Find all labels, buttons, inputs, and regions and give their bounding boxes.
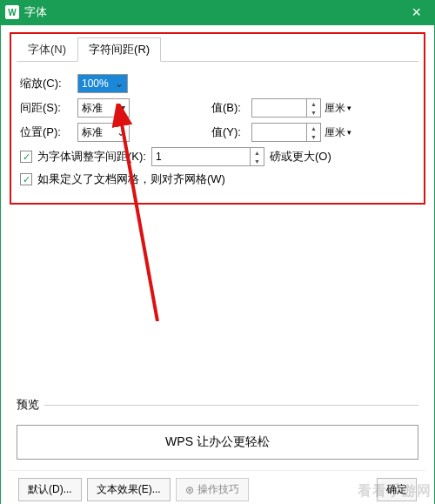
title-bar: W 字体 × xyxy=(0,0,435,24)
spinner-icon[interactable]: ▲▼ xyxy=(250,148,264,165)
kerning-label: 为字体调整字间距(K): xyxy=(37,149,146,165)
unit-y-dropdown[interactable]: 厘米 ▾ xyxy=(325,125,359,140)
dialog-body: 字体(N) 字符间距(R) 缩放(C): 100% ⌄ 间距(S): xyxy=(1,25,434,504)
chevron-down-icon: ⌄ xyxy=(115,77,124,90)
snap-grid-label: 如果定义了文档网格，则对齐网格(W) xyxy=(37,171,225,187)
close-icon[interactable]: × xyxy=(403,3,430,22)
spacing-value: 标准 xyxy=(82,101,103,116)
spacing-combobox[interactable]: 标准 ▾ xyxy=(77,98,130,118)
scale-value: 100% xyxy=(82,77,109,90)
value-b-label: 值(B): xyxy=(211,100,248,116)
chevron-down-icon: ⌄ xyxy=(117,126,125,138)
value-b-input[interactable]: ▲▼ xyxy=(251,98,321,118)
kerning-unit-label: 磅或更大(O) xyxy=(270,149,331,165)
unit-y-value: 厘米 xyxy=(325,125,345,140)
position-combobox[interactable]: 标准 ⌄ xyxy=(77,123,130,142)
preview-box: WPS 让办公更轻松 xyxy=(17,425,418,460)
value-y-input[interactable]: ▲▼ xyxy=(251,123,321,142)
tab-font[interactable]: 字体(N) xyxy=(17,37,77,62)
tab-strip: 字体(N) 字符间距(R) xyxy=(17,37,418,62)
preview-group-label: 预览 xyxy=(17,405,418,421)
kerning-input[interactable]: 1 ▲▼ xyxy=(151,147,264,166)
unit-b-dropdown[interactable]: 厘米 ▾ xyxy=(325,101,359,116)
position-value: 标准 xyxy=(82,125,103,140)
scale-combobox[interactable]: 100% ⌄ xyxy=(77,74,128,93)
tips-label: 操作技巧 xyxy=(197,482,239,497)
highlight-annotation: 字体(N) 字符间距(R) 缩放(C): 100% ⌄ 间距(S): xyxy=(10,32,425,205)
tips-button[interactable]: ⊛ 操作技巧 xyxy=(176,478,249,501)
kerning-checkbox[interactable]: ✓ xyxy=(20,151,32,163)
app-logo-icon: W xyxy=(5,5,19,19)
default-button[interactable]: 默认(D)... xyxy=(18,478,82,501)
spinner-icon[interactable]: ▲▼ xyxy=(306,99,320,117)
chevron-down-icon: ▾ xyxy=(120,102,125,114)
value-y-label: 值(Y): xyxy=(211,124,248,140)
spacing-label: 间距(S): xyxy=(20,100,74,116)
spinner-icon[interactable]: ▲▼ xyxy=(306,124,320,141)
text-effect-button[interactable]: 文本效果(E)... xyxy=(87,478,171,501)
chevron-down-icon: ▾ xyxy=(347,128,351,137)
window-title: 字体 xyxy=(24,4,403,20)
kerning-value: 1 xyxy=(156,151,162,163)
unit-b-value: 厘米 xyxy=(325,101,345,116)
preview-text: WPS 让办公更轻松 xyxy=(165,434,270,450)
position-label: 位置(P): xyxy=(20,124,74,140)
lightbulb-icon: ⊛ xyxy=(185,484,194,496)
watermark-text: 看看手游网 xyxy=(358,482,432,501)
scale-label: 缩放(C): xyxy=(20,76,74,91)
chevron-down-icon: ▾ xyxy=(347,104,351,112)
tab-char-spacing[interactable]: 字符间距(R) xyxy=(77,37,161,62)
snap-grid-checkbox[interactable]: ✓ xyxy=(20,173,32,185)
